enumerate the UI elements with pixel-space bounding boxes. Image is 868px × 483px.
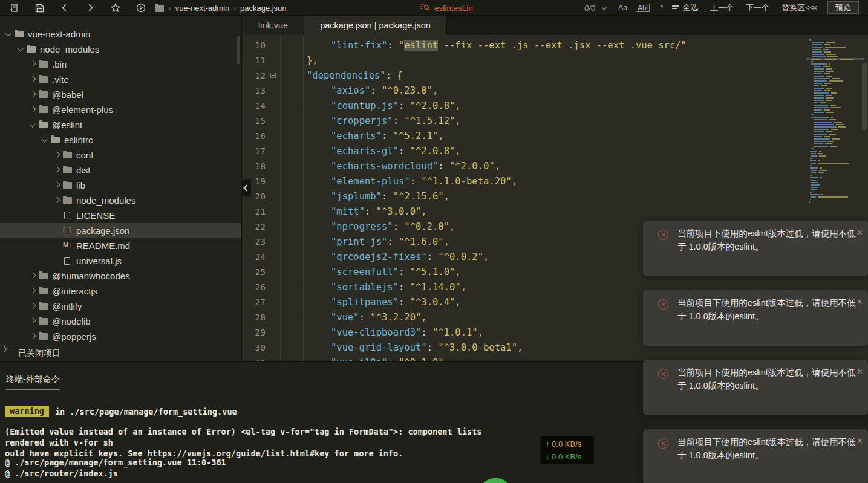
closed-projects-section[interactable]: 已关闭项目 — [0, 345, 241, 361]
chevron-right-icon[interactable] — [53, 196, 60, 204]
chevron-right-icon[interactable] — [29, 272, 36, 279]
tree-item-readme-md[interactable]: M↓README.md — [0, 238, 241, 253]
tree-item--nodelib[interactable]: @nodelib — [0, 314, 241, 329]
search-query[interactable]: eslintesLin — [434, 4, 473, 13]
code-line-15[interactable]: 15"cropperjs": "^1.5.12", — [243, 113, 804, 128]
chevron-right-icon[interactable] — [29, 91, 36, 98]
code-line-21[interactable]: 21"mitt": "^3.0.0", — [243, 204, 804, 219]
close-search-icon[interactable]: × — [809, 0, 821, 16]
tree-item-label: @eslint — [52, 120, 82, 130]
chevron-right-icon[interactable] — [29, 287, 36, 294]
tree-item-package-json[interactable]: [ ]package.json — [0, 223, 241, 238]
whole-word-toggle[interactable]: Abl — [636, 4, 650, 12]
new-file-icon[interactable] — [1, 0, 27, 16]
tree-item-label: universal.js — [76, 256, 122, 266]
breadcrumb: › vue-next-admin › package.json — [155, 0, 287, 16]
code-line-13[interactable]: 13"axios": "^0.23.0", — [243, 83, 804, 98]
tree-item-label: .vite — [52, 74, 69, 85]
save-icon[interactable] — [27, 0, 52, 16]
forward-icon[interactable] — [77, 0, 103, 16]
sidebar-collapse-handle[interactable] — [241, 179, 251, 197]
code-line-16[interactable]: 16"echarts": "^5.2.1", — [243, 128, 804, 143]
line-number: 16 — [243, 131, 270, 141]
code-text: "vue-i18n": "^9.1.9" — [280, 357, 444, 362]
chevron-right-icon[interactable] — [53, 181, 60, 189]
run-icon[interactable] — [128, 0, 154, 16]
tree-scrollbar[interactable] — [237, 36, 240, 64]
multiline-icon[interactable] — [671, 4, 680, 12]
code-line-20[interactable]: 20"jsplumb": "^2.15.6", — [243, 189, 804, 204]
chevron-right-icon[interactable] — [29, 60, 36, 68]
tab-link-vue[interactable]: link.vue — [243, 16, 304, 35]
chevron-down-icon[interactable] — [5, 30, 12, 37]
tree-item-label: LICENSE — [76, 210, 115, 221]
prev-match-button[interactable]: 上一个 — [710, 2, 734, 13]
folder-icon — [63, 196, 73, 204]
star-icon[interactable] — [103, 0, 128, 16]
tree-item-license[interactable]: LICENSE — [0, 208, 241, 223]
tree-item-lib[interactable]: lib — [0, 178, 241, 193]
tree-item--humanwhocodes[interactable]: @humanwhocodes — [0, 268, 241, 284]
preview-button[interactable]: 预览 — [827, 1, 859, 14]
chevron-right-icon[interactable] — [29, 302, 36, 310]
tree-item--interactjs[interactable]: @interactjs — [0, 284, 241, 299]
editor-scrollbar[interactable] — [862, 63, 867, 130]
tree-item-eslintrc[interactable]: eslintrc — [0, 132, 241, 147]
code-text: }, — [280, 55, 318, 66]
tree-item-dist[interactable]: dist — [0, 163, 241, 178]
toast-close-icon[interactable]: × — [857, 228, 863, 238]
toast-close-icon[interactable]: × — [857, 436, 863, 446]
code-line-12[interactable]: 12"dependencies": { — [243, 68, 804, 83]
line-number: 15 — [243, 116, 270, 126]
chevron-right-icon[interactable] — [29, 317, 36, 325]
breadcrumb-file[interactable]: package.json — [240, 4, 287, 13]
tree-item-universal-js[interactable]: universal.js — [0, 253, 241, 268]
code-text: "vue": "^3.2.20", — [280, 312, 427, 323]
chevron-down-icon[interactable] — [601, 2, 607, 13]
tree-item--intlify[interactable]: @intlify — [0, 299, 241, 314]
select-all-button[interactable]: 全选 — [682, 2, 698, 13]
tree-item-node-modules[interactable]: node_modules — [0, 193, 241, 208]
chevron-right-icon[interactable] — [29, 106, 36, 113]
breadcrumb-project[interactable]: vue-next-admin — [175, 4, 230, 13]
tree-item-vue-next-admin[interactable]: vue-next-admin — [0, 27, 241, 42]
tree-item--babel[interactable]: @babel — [0, 87, 241, 102]
back-icon[interactable] — [52, 0, 77, 16]
tree-item--vite[interactable]: .vite — [0, 72, 241, 87]
regex-toggle[interactable]: .* — [658, 4, 663, 12]
line-number: 13 — [243, 86, 270, 96]
code-line-10[interactable]: 10"lint-fix": "eslint --fix --ext .js --… — [243, 37, 804, 53]
code-line-14[interactable]: 14"countup.js": "^2.0.8", — [243, 98, 804, 113]
tree-item-node-modules[interactable]: node_modules — [0, 42, 241, 57]
chevron-right-icon[interactable] — [29, 76, 36, 83]
chevron-right-icon[interactable] — [29, 332, 36, 340]
tree-item--bin[interactable]: .bin — [0, 57, 241, 72]
chevron-down-icon[interactable] — [17, 45, 24, 53]
tab-package-json[interactable]: package.json | package.json — [304, 16, 447, 35]
tree-item--popperjs[interactable]: @popperjs — [0, 329, 241, 344]
match-case-toggle[interactable]: Aa — [618, 4, 627, 12]
tree-item-label: eslintrc — [64, 135, 93, 145]
tree-item-conf[interactable]: conf — [0, 147, 241, 163]
line-number: 14 — [243, 101, 270, 111]
code-line-19[interactable]: 19"element-plus": "^1.1.0-beta.20", — [243, 173, 804, 189]
search-field[interactable]: eslintesLin — [420, 0, 473, 16]
chevron-down-icon[interactable] — [41, 136, 48, 143]
toast-close-icon[interactable]: × — [857, 367, 863, 377]
file-tree: vue-next-adminnode_modules.bin.vite@babe… — [0, 27, 241, 344]
next-match-button[interactable]: 下一个 — [746, 2, 769, 13]
terminal-tab[interactable]: 终端-外部命令 — [6, 374, 60, 390]
tree-item--element-plus[interactable]: @element-plus — [0, 102, 241, 117]
code-line-11[interactable]: 11}, — [243, 53, 804, 68]
tree-item-label: node_modules — [76, 195, 135, 206]
chevron-right-icon[interactable] — [53, 166, 60, 173]
chevron-right-icon[interactable] — [53, 151, 60, 158]
toast-close-icon[interactable]: × — [857, 297, 863, 307]
code-text: "qrcodejs2-fixes": "^0.0.2", — [280, 251, 489, 262]
markdown-file-icon: M↓ — [63, 241, 73, 250]
error-circle-icon: × — [658, 299, 668, 310]
code-line-17[interactable]: 17"echarts-gl": "^2.0.8", — [243, 143, 804, 158]
code-line-18[interactable]: 18"echarts-wordcloud": "^2.0.0", — [243, 158, 804, 173]
chevron-down-icon[interactable] — [29, 121, 36, 128]
tree-item--eslint[interactable]: @eslint — [0, 117, 241, 132]
